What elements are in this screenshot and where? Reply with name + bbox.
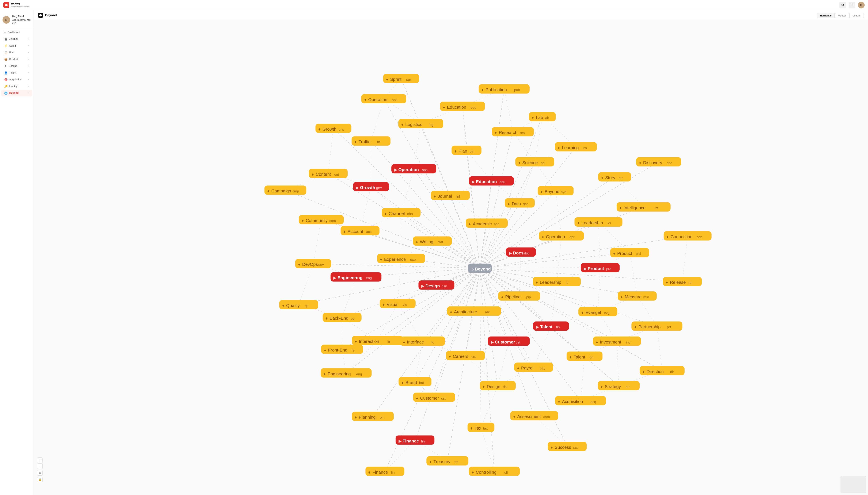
sidebar-item-plan[interactable]: 📋 Plan ▾ (1, 49, 32, 56)
svg-text:str: str (626, 385, 630, 389)
sidebar-item-journal[interactable]: 📓 Journal ▾ (1, 36, 32, 42)
node-growth[interactable]: ▶Growthgrw (353, 182, 389, 191)
sidebar-item-beyond[interactable]: 🌐 Beyond ▾ (1, 90, 32, 97)
node-controlling[interactable]: ♦Controllingctl (469, 467, 520, 476)
node-assessment[interactable]: ♦Assessmentasm (510, 411, 558, 420)
node-journal[interactable]: ♦Journaljnl (431, 191, 470, 200)
node-academic[interactable]: ♦Academicacd (466, 219, 508, 228)
node-payroll[interactable]: ♦Payrollpay (514, 362, 553, 372)
node-evangel[interactable]: ♦Evangelevg (579, 307, 617, 316)
node-careers[interactable]: ♦Careerscrs (446, 351, 485, 360)
node-channel[interactable]: ♦Channelchn (382, 208, 420, 217)
node-writing[interactable]: ♦Writingwrt (413, 237, 452, 246)
node-finance[interactable]: ▶Financefin (396, 436, 434, 445)
node-quality[interactable]: ♦Qualityqlt (279, 300, 318, 309)
sidebar-item-product[interactable]: 📦 Product ▾ (1, 56, 32, 63)
node-education[interactable]: ♦Educationedu (440, 102, 485, 111)
node-story[interactable]: ♦Storystr (598, 172, 631, 182)
node-engineering[interactable]: ▶Engineeringeng (331, 272, 381, 282)
node-planning[interactable]: ♦Planningpln (352, 412, 394, 421)
node-talent[interactable]: ▶Talenttln (533, 322, 569, 331)
node-community[interactable]: ♦Communitycom (299, 215, 344, 224)
node-intelligence[interactable]: ♦Intelligenceint (617, 202, 671, 211)
node-treasury[interactable]: ♦Treasurytrs (427, 456, 468, 465)
node-experience[interactable]: ♦Experienceexp (377, 254, 425, 263)
lock-button[interactable]: 🔒 (37, 477, 43, 482)
grid-icon[interactable]: ⊞ (849, 2, 855, 8)
node-customer[interactable]: ▶Customercst (488, 337, 530, 346)
node-talent[interactable]: ♦Talenttln (567, 352, 602, 361)
node-strategy[interactable]: ♦Strategystr (598, 381, 639, 390)
node-design[interactable]: ▶Designdsn (418, 280, 454, 290)
node-account[interactable]: ♦Accountacc (340, 226, 379, 235)
zoom-out-button[interactable]: − (37, 463, 43, 469)
node-operation[interactable]: ♦Operationopr (539, 231, 584, 241)
fit-view-button[interactable]: ⊡ (37, 470, 43, 476)
node-release[interactable]: ♦Releaserel (663, 277, 702, 286)
node-direction[interactable]: ♦Directiondir (639, 366, 685, 375)
node-operation[interactable]: ♦Operationops (362, 94, 406, 103)
node-publication[interactable]: ♦Publicationpub (479, 84, 530, 94)
node-leadership[interactable]: ♦Leadershipldr (574, 217, 622, 227)
toggle-circular[interactable]: Circular (849, 13, 864, 18)
node-education[interactable]: ▶Educationedu (469, 176, 514, 186)
user-avatar-topbar[interactable]: B (858, 2, 865, 8)
node-finance[interactable]: ♦Financefin (365, 467, 404, 476)
node-content[interactable]: ♦Contentcnt (309, 169, 348, 178)
node-pipeline[interactable]: ♦Pipelinepip (498, 291, 540, 301)
node-product[interactable]: ♦Productprd (610, 248, 649, 257)
node-measure[interactable]: ♦Measuremsr (618, 291, 657, 301)
svg-text:Operation: Operation (546, 234, 565, 239)
zoom-in-button[interactable]: + (37, 458, 43, 463)
node-tax[interactable]: ♦Taxtax (468, 423, 494, 432)
node-investment[interactable]: ♦Investmentinv (593, 337, 641, 346)
node-visual[interactable]: ♦Visualvis (380, 299, 416, 308)
node-lab[interactable]: ♦Lablab (529, 112, 556, 121)
node-docs[interactable]: ▶Docsdoc (506, 248, 536, 257)
node-back-end[interactable]: ♦Back-Endbe (322, 313, 362, 322)
sidebar-item-sprint[interactable]: ⚡ Sprint ▾ (1, 42, 32, 49)
node-discovery[interactable]: ♦Discoverydsc (636, 157, 681, 167)
node-traffic[interactable]: ♦Traffictrf (352, 136, 390, 146)
node-learning[interactable]: ♦Learninglrn (555, 142, 597, 152)
node-logistics[interactable]: ♦Logisticslog (398, 119, 443, 128)
toggle-horizontal[interactable]: Horizontal (817, 13, 835, 18)
sidebar-item-dashboard[interactable]: ⌂ Dashboard (1, 29, 32, 36)
nav-icon-beyond: 🌐 (4, 91, 7, 95)
svg-text:ldr: ldr (566, 280, 570, 285)
toggle-vertical[interactable]: Vertical (835, 13, 849, 18)
node-research[interactable]: ♦Researchres (492, 127, 534, 136)
sidebar-item-acquisition[interactable]: 🎯 Acquisition ▾ (1, 76, 32, 83)
node-connection[interactable]: ♦Connectioncon (664, 231, 712, 241)
settings-icon[interactable]: ⚙ (839, 2, 846, 8)
sidebar-item-cockpit[interactable]: 🎛 Cockpit ▾ (1, 63, 32, 69)
node-front-end[interactable]: ♦Front-Endfe (321, 344, 363, 354)
node-campaign[interactable]: ♦Campaigncmp (265, 186, 306, 195)
node-partnership[interactable]: ♦Partnershipprt (631, 322, 682, 331)
sidebar-item-talent[interactable]: 👤 Talent ▾ (1, 70, 32, 76)
node-devops[interactable]: ♦DevOpsdev (295, 259, 331, 268)
node-plan[interactable]: ♦Planpln (452, 146, 481, 155)
node-success[interactable]: ♦Successscc (548, 442, 587, 451)
node-interaction[interactable]: ♦Interactionitr (352, 336, 403, 345)
graph-svg[interactable]: ◇Beyond♦Sprintspr♦Publicationpub♦Educati… (34, 21, 868, 495)
node-engineering[interactable]: ♦Engineeringeng (321, 369, 371, 378)
sidebar-item-identity[interactable]: 🔑 Identity ▾ (1, 83, 32, 90)
node-leadership[interactable]: ♦Leadershipldr (533, 277, 581, 286)
node-science[interactable]: ♦Sciencesci (515, 157, 554, 167)
node-customer[interactable]: ♦Customercst (413, 393, 455, 402)
node-architecture[interactable]: ♦Architecturearc (447, 306, 501, 315)
node-interface[interactable]: ♦Interfaceifc (400, 337, 445, 346)
node-beyond[interactable]: ◇Beyond (468, 263, 492, 273)
node-product[interactable]: ▶Productprd (581, 263, 620, 272)
node-growth[interactable]: ♦Growthgrw (315, 124, 351, 133)
node-operation[interactable]: ▶Operationops (391, 164, 436, 173)
node-acquisition[interactable]: ♦Acquisitionacq (555, 396, 606, 405)
node-sprint[interactable]: ♦Sprintspr (383, 74, 419, 83)
svg-text:log: log (429, 123, 434, 126)
node-brand[interactable]: ♦Brandbrd (399, 377, 432, 386)
node-design[interactable]: ♦Designdsn (480, 381, 516, 390)
nav-chevron-plan: ▾ (28, 51, 29, 54)
node-beyond[interactable]: ♦Beyondbyd (538, 186, 573, 195)
node-data[interactable]: ♦Datadat (505, 198, 535, 208)
